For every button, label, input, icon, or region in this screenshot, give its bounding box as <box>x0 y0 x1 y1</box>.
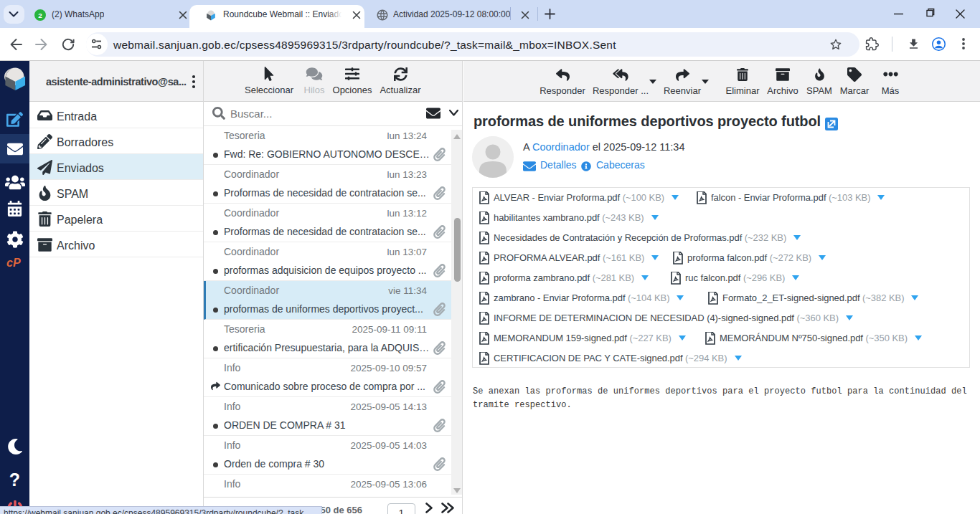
svg-text:2: 2 <box>38 11 42 19</box>
